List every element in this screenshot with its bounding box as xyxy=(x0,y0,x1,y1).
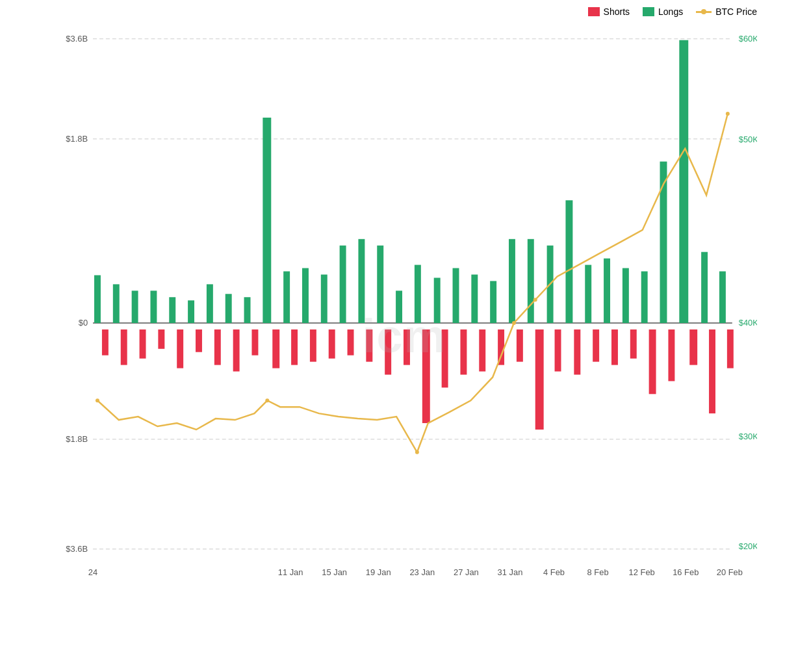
bar-long xyxy=(113,284,120,323)
bar-short xyxy=(121,330,127,365)
bar-short xyxy=(158,330,164,349)
svg-text:$1.8B: $1.8B xyxy=(66,434,88,444)
btc-price-line xyxy=(97,114,728,452)
bar-short xyxy=(177,330,183,368)
bar-long-spike xyxy=(263,118,271,323)
bar-short xyxy=(272,330,279,368)
price-dot xyxy=(265,398,269,402)
svg-text:8 Feb: 8 Feb xyxy=(587,567,609,577)
svg-text:31 Jan: 31 Jan xyxy=(498,567,523,577)
bar-long xyxy=(471,274,478,323)
svg-text:16 Feb: 16 Feb xyxy=(673,567,699,577)
bar-long xyxy=(396,291,402,323)
legend-btcprice: BTC Price xyxy=(696,6,757,17)
shorts-label: Shorts xyxy=(604,6,630,17)
bar-short xyxy=(460,330,467,375)
chart-legend: Shorts Longs BTC Price xyxy=(588,6,757,17)
bar-short xyxy=(479,330,485,372)
bar-long xyxy=(623,268,629,323)
btcprice-label: BTC Price xyxy=(715,6,757,17)
bar-long xyxy=(415,265,421,323)
svg-text:12 Feb: 12 Feb xyxy=(629,567,655,577)
bar-short xyxy=(442,330,448,387)
bar-long xyxy=(528,239,534,323)
bar-long xyxy=(283,272,290,324)
bar-long xyxy=(340,246,346,323)
bar-short xyxy=(555,330,561,372)
svg-text:15 Jan: 15 Jan xyxy=(322,567,347,577)
chart-container: Shorts Longs BTC Price icm $3.6B $1.8B xyxy=(0,0,809,672)
bar-short xyxy=(611,330,618,365)
bar-long xyxy=(585,265,591,323)
bar-short-big xyxy=(535,330,544,430)
bar-long xyxy=(302,268,309,323)
svg-text:$20K: $20K xyxy=(739,541,757,551)
bar-long xyxy=(509,239,515,323)
bar-long xyxy=(169,297,175,323)
bar-short xyxy=(348,330,354,355)
bar-short xyxy=(517,330,523,362)
chart-svg: $3.6B $1.8B $0 $1.8B $3.6B $60K $50K $40… xyxy=(52,13,757,633)
legend-longs: Longs xyxy=(643,6,683,17)
bar-short xyxy=(630,330,637,359)
btcprice-line xyxy=(696,11,712,13)
bar-long xyxy=(377,246,383,323)
bar-long xyxy=(132,291,138,323)
svg-text:24: 24 xyxy=(88,567,97,577)
bar-long xyxy=(604,259,610,323)
bar-long xyxy=(188,300,194,323)
bar-long xyxy=(719,272,726,324)
svg-text:$3.6B: $3.6B xyxy=(66,34,88,44)
price-dot xyxy=(415,450,419,454)
svg-text:$0: $0 xyxy=(79,318,88,328)
bar-long xyxy=(701,252,708,323)
bar-long xyxy=(565,200,572,323)
bar-short xyxy=(649,330,656,394)
bar-short xyxy=(329,330,335,359)
svg-text:$30K: $30K xyxy=(739,432,757,441)
bar-long xyxy=(225,294,232,323)
price-dot xyxy=(726,112,730,116)
bar-short xyxy=(251,330,258,355)
bar-short xyxy=(366,330,372,362)
price-dot xyxy=(533,298,537,302)
longs-label: Longs xyxy=(658,6,683,17)
bar-long xyxy=(490,281,496,323)
bar-short xyxy=(574,330,580,375)
longs-color-box xyxy=(643,7,654,16)
bar-short xyxy=(385,330,391,375)
bar-long xyxy=(434,278,441,323)
bar-short xyxy=(709,330,715,413)
legend-shorts: Shorts xyxy=(588,6,630,17)
bar-short xyxy=(102,330,109,355)
bar-short xyxy=(593,330,599,362)
bar-long xyxy=(453,268,459,323)
bar-short xyxy=(291,330,298,365)
svg-text:$3.6B: $3.6B xyxy=(66,544,88,554)
bar-short xyxy=(310,330,316,362)
bar-short xyxy=(214,330,221,365)
svg-text:27 Jan: 27 Jan xyxy=(454,567,479,577)
svg-text:$60K: $60K xyxy=(739,34,757,44)
bar-short xyxy=(727,330,734,368)
bar-short-big xyxy=(422,330,430,423)
svg-text:$1.8B: $1.8B xyxy=(66,134,88,144)
svg-text:4 Feb: 4 Feb xyxy=(543,567,565,577)
bar-short xyxy=(404,330,410,365)
bar-short xyxy=(689,330,697,365)
bar-long xyxy=(150,291,157,323)
bar-long xyxy=(641,272,648,324)
bar-long xyxy=(358,239,365,323)
bar-long xyxy=(321,274,327,323)
svg-text:$50K: $50K xyxy=(739,135,757,144)
svg-text:11 Jan: 11 Jan xyxy=(278,567,303,577)
bar-long xyxy=(207,284,213,323)
bar-long xyxy=(244,297,251,323)
price-dot xyxy=(512,321,516,325)
svg-text:$40K: $40K xyxy=(739,318,757,328)
bar-short xyxy=(140,330,146,359)
svg-text:23 Jan: 23 Jan xyxy=(409,567,435,577)
bar-short xyxy=(668,330,674,381)
shorts-color-box xyxy=(588,7,600,16)
bar-long-max xyxy=(679,40,688,323)
